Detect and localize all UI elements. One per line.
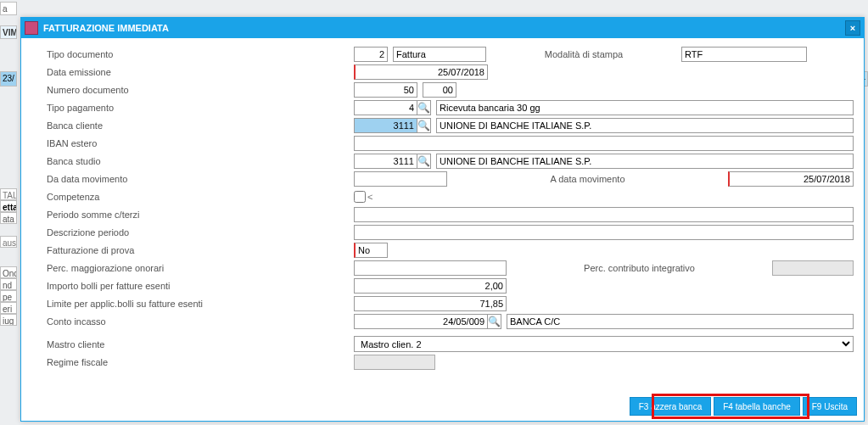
search-icon[interactable]: 🔍 [417, 154, 431, 169]
search-icon[interactable]: 🔍 [417, 100, 431, 115]
label-descrizione-periodo: Descrizione periodo [31, 227, 354, 238]
label-regime-fiscale: Regime fiscale [31, 357, 354, 367]
tipo-documento-code-input[interactable] [354, 47, 388, 62]
bg-fragment: 23/ [0, 71, 17, 87]
da-data-movimento-input[interactable] [354, 171, 447, 187]
mastro-cliente-select[interactable]: Mastro clien. 2 [354, 336, 854, 352]
label-mastro-cliente: Mastro cliente [31, 339, 354, 350]
label-banca-studio: Banca studio [31, 156, 354, 166]
label-da-data-movimento: Da data movimento [31, 174, 354, 184]
bg-fragment: etta [0, 200, 17, 212]
regime-fiscale-display [354, 355, 435, 370]
competenza-checkbox[interactable] [354, 191, 366, 203]
bg-fragment: TAL [0, 188, 17, 200]
periodo-somme-input[interactable] [354, 207, 854, 222]
label-periodo-somme: Periodo somme c/terzi [31, 210, 354, 220]
label-numero-documento: Numero documento [31, 85, 354, 95]
importo-bolli-input[interactable] [354, 278, 507, 294]
bg-fragment: a [0, 2, 17, 15]
conto-incasso-desc-input[interactable] [507, 314, 854, 329]
f9-uscita-button[interactable]: F9 Uscita [803, 397, 857, 416]
dialog-title: FATTURAZIONE IMMEDIATA [43, 23, 169, 33]
label-data-emissione: Data emissione [31, 67, 354, 77]
label-perc-contributo: Perc. contributo integrativo [507, 263, 772, 273]
tipo-pagamento-desc-input[interactable] [436, 100, 854, 115]
bg-fragment: VIM [0, 25, 17, 39]
dialog-titlebar: FATTURAZIONE IMMEDIATA × [21, 18, 864, 38]
perc-contributo-display [772, 260, 854, 276]
tipo-documento-desc-input[interactable] [393, 47, 486, 62]
fatturazione-prova-input[interactable] [354, 243, 388, 258]
banca-studio-code-input[interactable] [354, 154, 417, 169]
bg-fragment: pe [0, 290, 17, 302]
label-modalita-stampa: Modalità di stampa [486, 49, 681, 59]
label-tipo-pagamento: Tipo pagamento [31, 103, 354, 113]
numero-documento-a-input[interactable] [354, 82, 417, 98]
f3-azzera-banca-button[interactable]: F3 azzera banca [630, 397, 712, 416]
bg-fragment: iug [0, 314, 17, 326]
a-data-movimento-input[interactable] [728, 171, 854, 187]
label-tipo-documento: Tipo documento [31, 49, 354, 59]
label-fatturazione-prova: Fatturazione di prova [31, 245, 354, 255]
label-importo-bolli: Importo bolli per fatture esenti [31, 281, 354, 291]
conto-incasso-code-input[interactable] [354, 314, 488, 329]
banca-cliente-desc-input[interactable] [436, 118, 854, 133]
bg-fragment: nd [0, 278, 17, 290]
dialog-footer: F3 azzera banca F4 tabella banche F9 Usc… [630, 397, 857, 416]
app-icon [25, 21, 38, 35]
label-competenza: Competenza [31, 192, 354, 202]
data-emissione-input[interactable] [354, 64, 488, 80]
modalita-stampa-input[interactable] [681, 47, 807, 62]
banca-studio-desc-input[interactable] [436, 154, 854, 169]
bg-fragment: aus [0, 236, 17, 248]
label-banca-cliente: Banca cliente [31, 120, 354, 131]
banca-cliente-code-input[interactable] [354, 118, 417, 133]
bg-fragment: Onc [0, 266, 17, 278]
limite-bolli-input[interactable] [354, 296, 507, 311]
bg-fragment: eri [0, 302, 17, 314]
f4-tabella-banche-button[interactable]: F4 tabella banche [714, 397, 800, 416]
label-limite-bolli: Limite per applic.bolli su fatture esent… [31, 299, 354, 309]
search-icon[interactable]: 🔍 [417, 118, 431, 133]
descrizione-periodo-input[interactable] [354, 225, 854, 240]
label-conto-incasso: Conto incasso [31, 316, 354, 327]
label-a-data-movimento: A data movimento [447, 174, 728, 184]
dialog-fatturazione-immediata: FATTURAZIONE IMMEDIATA × Tipo documento … [20, 17, 865, 422]
label-iban-estero: IBAN estero [31, 138, 354, 148]
perc-maggiorazione-input[interactable] [354, 260, 507, 276]
label-perc-maggiorazione: Perc. maggiorazione onorari [31, 263, 354, 273]
search-icon[interactable]: 🔍 [488, 314, 501, 329]
bg-fragment: ata [0, 212, 17, 224]
numero-documento-b-input[interactable] [423, 82, 456, 98]
lt-symbol: < [367, 192, 372, 202]
competenza-checkbox-label[interactable]: < [354, 191, 372, 203]
close-button[interactable]: × [845, 20, 860, 36]
iban-estero-input[interactable] [354, 136, 854, 151]
tipo-pagamento-code-input[interactable] [354, 100, 417, 115]
